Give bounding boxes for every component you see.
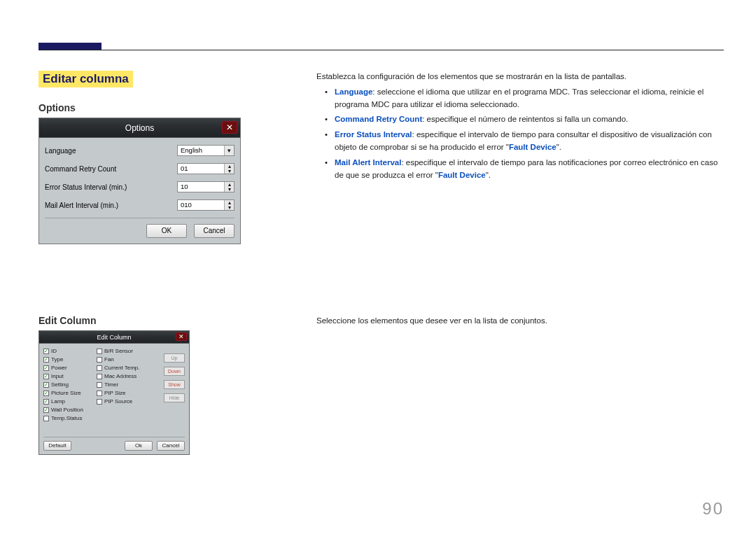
checkbox-icon[interactable] [97,357,102,363]
edit-column-dialog: Edit Column ✕ ✓ID✓Type✓Power✓Input✓Setti… [38,330,190,455]
show-button[interactable]: Show [164,380,185,389]
list-item[interactable]: Mac Address [97,373,146,379]
mai-text-b: ". [486,171,491,179]
list-item[interactable]: ✓Picture Size [43,390,92,396]
edit-column-titlebar: Edit Column ✕ [39,331,189,344]
list-item-label: Lamp [51,398,65,405]
esi-value: 10 [181,183,188,190]
bullet-error-status: Error Status Interval: especifique el in… [316,129,724,154]
editcol-intro-text: Seleccione los elementos que desee ver e… [316,315,724,328]
cancel-button[interactable]: Cancel [157,441,185,451]
checkbox-icon[interactable] [97,382,102,388]
list-item[interactable]: ✓Power [43,365,92,371]
checkbox-icon[interactable]: ✓ [43,365,49,371]
list-item-label: PIP Size [104,390,126,396]
checkbox-icon[interactable] [97,391,102,396]
checkbox-icon[interactable] [97,374,102,379]
crc-value: 01 [181,164,188,172]
checkbox-icon[interactable]: ✓ [43,357,49,363]
edit-column-title: Edit Column [97,334,131,341]
checkbox-icon[interactable] [97,399,102,405]
opt-esi-label: Error Status Interval (min.) [45,183,177,191]
list-item[interactable]: ✓Lamp [43,398,92,405]
bullet-command-retry: Command Retry Count: especifique el núme… [316,113,724,126]
checkbox-icon[interactable]: ✓ [43,399,49,405]
edit-column-left-list: ✓ID✓Type✓Power✓Input✓Setting✓Picture Siz… [43,348,92,423]
options-heading: Options [38,102,76,113]
edit-column-description: Seleccione los elementos que desee ver e… [316,315,724,330]
language-dropdown[interactable]: English▾ [177,145,234,156]
list-item-label: PIP Source [104,398,132,405]
list-item-label: Mac Address [104,373,136,379]
list-item[interactable]: ✓ID [43,348,92,354]
list-item[interactable]: PIP Size [97,390,146,396]
esi-text-b: ". [556,143,561,151]
down-button[interactable]: Down [164,367,185,376]
language-text: : seleccione el idioma que utilizar en e… [335,87,704,108]
opt-language-label: Language [45,147,177,155]
spinner-arrows-icon: ▴▾ [224,200,234,210]
list-item-label: Input [51,373,64,379]
crc-spinner[interactable]: 01▴▾ [177,163,234,174]
list-item-label: Picture Size [51,390,81,396]
section-title: Editar columna [38,71,133,87]
edit-column-right-list: B/R SensorFanCurrent Temp.Mac AddressTim… [97,348,146,423]
checkbox-icon[interactable] [97,365,102,371]
list-item[interactable]: ✓Setting [43,381,92,388]
intro-text: Establezca la configuración de los eleme… [316,71,724,83]
bullet-language: Language: seleccione el idioma que utili… [316,86,724,111]
list-item-label: Temp.Status [51,415,82,421]
checkbox-icon[interactable]: ✓ [43,391,49,396]
options-dialog-titlebar: Options ✕ [39,118,240,138]
description-block: Establezca la configuración de los eleme… [316,71,724,185]
list-item-label: ID [51,348,57,354]
mai-fault: Fault Device [438,171,486,179]
hide-button[interactable]: Hide [164,393,185,402]
language-value: English [181,146,202,154]
up-button[interactable]: Up [164,353,185,363]
list-item-label: B/R Sensor [104,348,133,354]
crc-label: Command Retry Count [335,115,422,123]
checkbox-icon[interactable]: ✓ [43,349,49,354]
list-item[interactable]: Current Temp. [97,365,146,371]
opt-crc-label: Command Retry Count [45,165,177,173]
checkbox-icon[interactable] [97,349,102,354]
cancel-button[interactable]: Cancel [194,224,234,238]
checkbox-icon[interactable]: ✓ [43,374,49,379]
page-number: 90 [702,499,724,519]
list-item[interactable]: Temp.Status [43,415,92,421]
list-item-label: Wall Position [51,407,83,413]
close-icon[interactable]: ✕ [176,332,187,341]
list-item[interactable]: B/R Sensor [97,348,146,354]
list-item-label: Type [51,356,63,363]
edit-column-heading: Edit Column [38,315,96,326]
list-item[interactable]: ✓Wall Position [43,407,92,413]
list-item[interactable]: Fan [97,356,146,363]
list-item[interactable]: Timer [97,381,146,388]
ok-button[interactable]: Ok [125,441,153,451]
ok-button[interactable]: OK [146,224,187,238]
spinner-arrows-icon: ▴▾ [224,164,234,174]
list-item-label: Current Temp. [104,365,140,371]
mai-value: 010 [181,201,192,209]
esi-spinner[interactable]: 10▴▾ [177,181,234,192]
spinner-arrows-icon: ▴▾ [224,182,234,192]
list-item[interactable]: PIP Source [97,398,146,405]
checkbox-icon[interactable]: ✓ [43,382,49,388]
header-rule [38,50,724,50]
checkbox-icon[interactable] [43,416,49,421]
default-button[interactable]: Default [43,441,71,451]
close-icon[interactable]: ✕ [222,121,237,134]
mai-spinner[interactable]: 010▴▾ [177,199,234,211]
list-item-label: Setting [51,381,69,388]
list-item-label: Power [51,365,67,371]
options-dialog-title: Options [125,123,154,133]
crc-text: : especifique el número de reintentos si… [422,115,628,123]
edit-column-body: ✓ID✓Type✓Power✓Input✓Setting✓Picture Siz… [39,344,189,454]
checkbox-icon[interactable]: ✓ [43,407,49,413]
options-dialog-body: Language English▾ Command Retry Count 01… [39,138,240,244]
list-item[interactable]: ✓Type [43,356,92,363]
options-dialog: Options ✕ Language English▾ Command Retr… [38,118,241,244]
list-item[interactable]: ✓Input [43,373,92,379]
header-accent-bar [38,43,102,50]
